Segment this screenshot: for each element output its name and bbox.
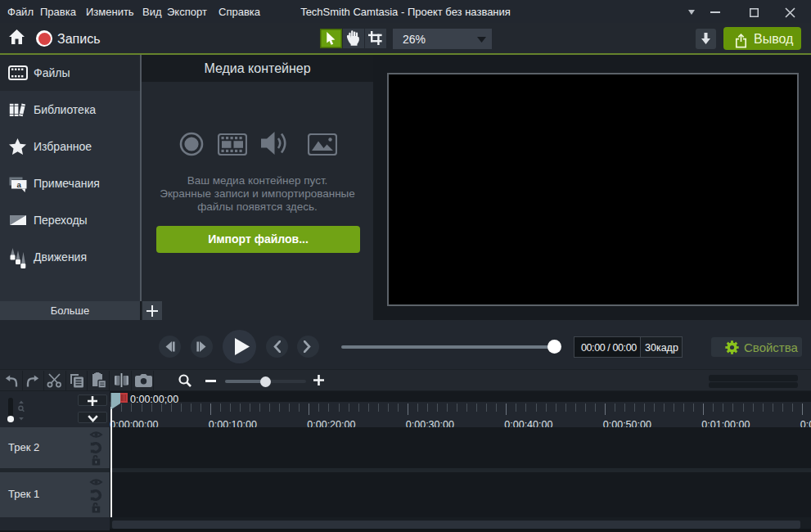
svg-text:a: a	[17, 180, 22, 189]
